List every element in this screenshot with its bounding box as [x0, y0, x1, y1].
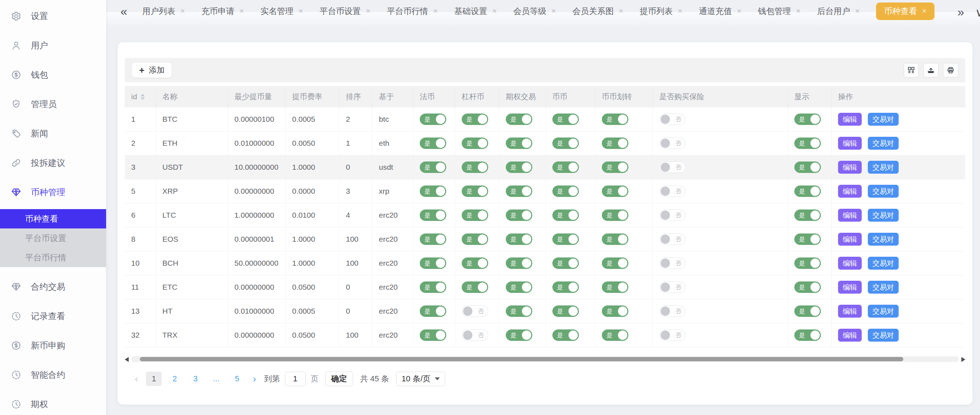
sidebar-item-option[interactable]: 期权	[0, 390, 106, 415]
insurance-toggle[interactable]: 否	[659, 138, 686, 149]
page-number-1[interactable]: 1	[146, 372, 162, 386]
prev-page-icon[interactable]: ‹	[135, 373, 138, 385]
tab-user-list[interactable]: 用户列表×	[142, 6, 185, 17]
insurance-toggle[interactable]: 否	[659, 306, 686, 317]
scroll-left-arrow-icon[interactable]	[125, 357, 129, 362]
sidebar-subitem-platform-coin-set[interactable]: 平台币设置	[0, 228, 106, 248]
tab-deposit-apply[interactable]: 充币申请×	[202, 6, 244, 17]
edit-button[interactable]: 编辑	[838, 233, 862, 246]
edit-button[interactable]: 编辑	[838, 185, 862, 198]
trading-pair-button[interactable]: 交易对	[868, 113, 899, 126]
export-button[interactable]	[923, 63, 939, 78]
insurance-toggle[interactable]: 否	[659, 282, 686, 293]
tab-wallet-manage[interactable]: 钱包管理×	[758, 6, 801, 17]
edit-button[interactable]: 编辑	[838, 281, 862, 294]
scrollbar-thumb[interactable]	[140, 357, 903, 361]
tab-close-icon[interactable]: ×	[239, 6, 244, 16]
trading-pair-button[interactable]: 交易对	[868, 161, 899, 174]
insurance-toggle[interactable]: 否	[659, 185, 686, 197]
fiat-toggle[interactable]: 是	[420, 306, 446, 317]
coin-toggle[interactable]: 是	[552, 138, 579, 149]
add-button[interactable]: + 添加	[132, 63, 172, 78]
sidebar-subitem-platform-coin-quote[interactable]: 平台币行情	[0, 248, 106, 267]
transfer-toggle[interactable]: 是	[602, 329, 628, 341]
coin-toggle[interactable]: 是	[552, 257, 579, 269]
tab-close-icon[interactable]: ×	[922, 6, 927, 16]
transfer-toggle[interactable]: 是	[602, 306, 628, 317]
tab-close-icon[interactable]: ×	[678, 6, 682, 16]
edit-button[interactable]: 编辑	[838, 113, 862, 126]
edit-button[interactable]: 编辑	[838, 137, 862, 150]
fiat-toggle[interactable]: 是	[420, 209, 446, 221]
sort-icon[interactable]	[140, 94, 145, 100]
transfer-toggle[interactable]: 是	[602, 185, 628, 197]
trading-pair-button[interactable]: 交易对	[868, 185, 899, 198]
coin-toggle[interactable]: 是	[552, 329, 579, 341]
tab-realname-manage[interactable]: 实名管理×	[261, 6, 303, 17]
transfer-toggle[interactable]: 是	[602, 114, 628, 125]
show-toggle[interactable]: 是	[794, 185, 821, 197]
edit-button[interactable]: 编辑	[838, 329, 862, 342]
transfer-toggle[interactable]: 是	[602, 138, 628, 149]
edit-button[interactable]: 编辑	[838, 305, 862, 318]
tab-withdraw-list[interactable]: 提币列表×	[640, 6, 682, 17]
option-toggle[interactable]: 是	[506, 209, 532, 221]
coin-toggle[interactable]: 是	[552, 233, 579, 245]
scrollbar-track[interactable]	[131, 356, 959, 362]
leverage-toggle[interactable]: 否	[462, 329, 488, 341]
transfer-toggle[interactable]: 是	[602, 233, 628, 245]
fiat-toggle[interactable]: 是	[420, 185, 446, 197]
show-toggle[interactable]: 是	[794, 114, 821, 125]
tab-close-icon[interactable]: ×	[492, 6, 497, 16]
fiat-toggle[interactable]: 是	[420, 162, 446, 173]
transfer-toggle[interactable]: 是	[602, 209, 628, 221]
insurance-toggle[interactable]: 否	[659, 209, 686, 221]
tab-close-icon[interactable]: ×	[619, 6, 624, 16]
edit-button[interactable]: 编辑	[838, 209, 862, 222]
fiat-toggle[interactable]: 是	[420, 114, 446, 125]
tab-close-icon[interactable]: ×	[299, 6, 303, 16]
tab-close-icon[interactable]: ×	[855, 6, 859, 16]
sidebar-item-record-view[interactable]: 记录查看	[0, 301, 106, 331]
insurance-toggle[interactable]: 否	[659, 162, 686, 173]
show-toggle[interactable]: 是	[794, 282, 821, 293]
trading-pair-button[interactable]: 交易对	[868, 305, 899, 318]
leverage-toggle[interactable]: 是	[462, 233, 488, 245]
page-number-5[interactable]: 5	[229, 372, 245, 386]
coin-toggle[interactable]: 是	[552, 185, 579, 197]
option-toggle[interactable]: 是	[506, 257, 532, 269]
tabs-collapse-icon[interactable]: «	[121, 4, 127, 18]
leverage-toggle[interactable]: 是	[462, 138, 488, 149]
tab-close-icon[interactable]: ×	[737, 6, 741, 16]
show-toggle[interactable]: 是	[794, 306, 821, 317]
tabs-more-icon[interactable]: ∨	[975, 6, 980, 19]
trading-pair-button[interactable]: 交易对	[868, 209, 899, 222]
fiat-toggle[interactable]: 是	[420, 282, 446, 293]
insurance-toggle[interactable]: 否	[659, 233, 686, 245]
show-toggle[interactable]: 是	[794, 162, 821, 173]
fiat-toggle[interactable]: 是	[420, 138, 446, 149]
sidebar-item-coin-manage[interactable]: 币种管理	[0, 177, 106, 207]
sidebar-item-settings[interactable]: 设置	[0, 2, 106, 31]
show-toggle[interactable]: 是	[794, 138, 821, 149]
sidebar-item-wallet[interactable]: 钱包	[0, 60, 106, 90]
fiat-toggle[interactable]: 是	[420, 233, 446, 245]
edit-button[interactable]: 编辑	[838, 161, 862, 174]
sidebar-subitem-coin-view[interactable]: 币种查看	[0, 209, 106, 228]
show-toggle[interactable]: 是	[794, 209, 821, 221]
insurance-toggle[interactable]: 否	[659, 114, 686, 125]
show-toggle[interactable]: 是	[794, 257, 821, 269]
next-page-icon[interactable]: ›	[253, 373, 256, 385]
trading-pair-button[interactable]: 交易对	[868, 257, 899, 269]
sidebar-item-feedback[interactable]: 投拆建议	[0, 148, 106, 177]
confirm-button[interactable]: 确定	[325, 372, 353, 386]
tab-close-icon[interactable]: ×	[796, 6, 801, 16]
coin-toggle[interactable]: 是	[552, 162, 579, 173]
option-toggle[interactable]: 是	[506, 114, 532, 125]
edit-button[interactable]: 编辑	[838, 257, 862, 269]
tab-coin-view[interactable]: 币种查看×	[876, 3, 934, 20]
tab-basic-settings[interactable]: 基础设置×	[454, 6, 497, 17]
option-toggle[interactable]: 是	[506, 282, 532, 293]
tab-platform-coin-set[interactable]: 平台币设置×	[320, 6, 371, 17]
sidebar-item-smart-contract[interactable]: 智能合约	[0, 360, 106, 390]
